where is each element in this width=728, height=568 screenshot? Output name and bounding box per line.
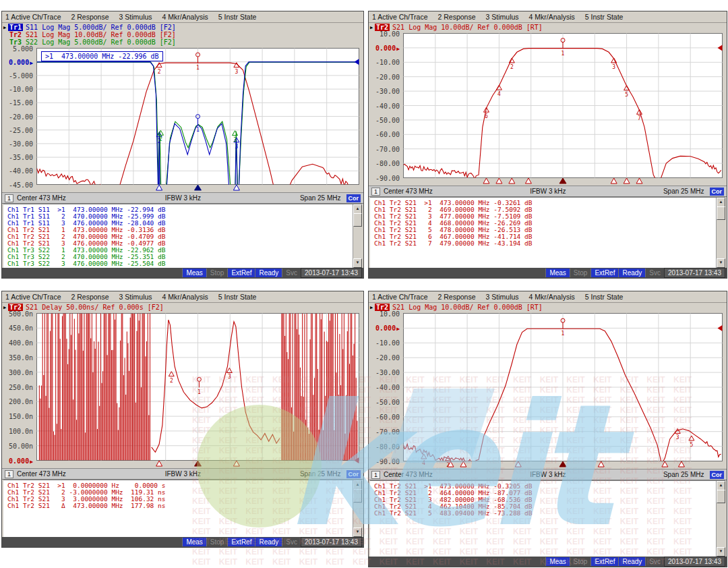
y-axis-labels: 10.000.000▶-10.00-20.00-30.00-40.00-50.0… [369, 312, 402, 469]
scroll-thumb[interactable] [353, 489, 362, 503]
menu-item-instr-state[interactable]: 5 Instr State [585, 293, 624, 301]
marker-table: Ch1 Tr1 S11 >1 473.00000 MHz -22.994 dBC… [3, 204, 362, 268]
scroll-down-icon[interactable]: ▼ [717, 258, 725, 268]
status-meas: Meas [545, 268, 569, 277]
scrollbar[interactable]: ▲ ▼ [353, 480, 362, 537]
svg-text:4: 4 [422, 460, 425, 466]
scroll-down-icon[interactable]: ▼ [353, 258, 362, 268]
y-axis-tick-label: -60.00 [375, 131, 400, 138]
channel-number: 1 [5, 194, 13, 202]
channel-status-bar: 1 Center 473 MHz IFBW 3 kHz Span 25 MHz … [369, 186, 727, 197]
channel-number: 1 [371, 471, 380, 479]
svg-text:1: 1 [198, 389, 201, 395]
stimulus-marker-active-icon [195, 185, 202, 190]
trace-line-tr2[interactable]: ▶ Tr2 S21 Delay 50.00ns/ Ref 0.000s [F2] [3, 304, 362, 311]
y-axis-tick-label: -90.00 [375, 458, 400, 465]
svg-text:3: 3 [235, 69, 238, 75]
menu-item-stimulus[interactable]: 3 Stimulus [119, 13, 152, 21]
scrollbar[interactable]: ▲ ▼ [353, 204, 362, 268]
vna-panel-top-right: 1 Active Ch/Trace 2 Response 3 Stimulus … [368, 11, 727, 279]
scroll-up-icon[interactable]: ▲ [353, 204, 362, 214]
menu-item-active-ch-trace[interactable]: 1 Active Ch/Trace [372, 13, 427, 21]
ifbw-label: IFBW 3 kHz [530, 188, 566, 195]
menu-item-stimulus[interactable]: 3 Stimulus [119, 293, 152, 301]
trace-desc: S11 Log Mag 5.000dB/ Ref 0.000dB [F2] [26, 24, 176, 31]
trace-line-tr2[interactable]: ▶ Tr2 S21 Log Mag 10.00dB/ Ref 0.000dB [… [370, 304, 725, 311]
scroll-thumb[interactable] [717, 206, 725, 220]
y-axis-tick-label: -90.00 [375, 175, 400, 182]
marker-table: Ch1 Tr2 S21 >1 473.00000 MHz -0.3261 dBC… [370, 197, 725, 268]
scroll-down-icon[interactable]: ▼ [353, 528, 362, 537]
menu-item-active-ch-trace[interactable]: 1 Active Ch/Trace [5, 293, 61, 301]
trace-line-tr3[interactable]: Tr3 S22 Log Mag 5.000dB/ Ref 0.000dB [F2… [3, 38, 362, 46]
menu-item-mkr-analysis[interactable]: 4 Mkr/Analysis [529, 13, 575, 21]
y-axis-tick-label: -20.00 [375, 354, 400, 362]
status-bar: Meas Stop ExtRef Ready Svc 2013-07-17 13… [369, 557, 727, 567]
scroll-thumb[interactable] [717, 490, 725, 503]
menu-item-stimulus[interactable]: 3 Stimulus [486, 293, 519, 301]
menu-item-active-ch-trace[interactable]: 1 Active Ch/Trace [372, 293, 427, 301]
menu-item-mkr-analysis[interactable]: 4 Mkr/Analysis [162, 293, 208, 301]
svg-text:3: 3 [228, 374, 231, 380]
status-meas: Meas [182, 268, 206, 277]
scroll-up-icon[interactable]: ▲ [717, 198, 725, 207]
svg-text:2: 2 [158, 69, 161, 75]
menu-item-stimulus[interactable]: 3 Stimulus [486, 13, 519, 21]
status-ready: Ready [255, 538, 282, 546]
reference-level-arrow-icon: ▶ [396, 46, 400, 52]
menu-bar: 1 Active Ch/Trace 2 Response 3 Stimulus … [2, 11, 363, 23]
menu-item-mkr-analysis[interactable]: 4 Mkr/Analysis [162, 13, 208, 21]
plot-top-right[interactable]: 1234567 [403, 33, 723, 185]
scrollbar[interactable]: ▲ ▼ [716, 481, 725, 557]
menu-bar: 1 Active Ch/Trace 2 Response 3 Stimulus … [369, 11, 727, 23]
y-axis-tick-label: -30.00 [9, 140, 33, 148]
menu-bar: 1 Active Ch/Trace 2 Response 3 Stimulus … [369, 291, 727, 303]
y-axis-tick-label: -60.00 [375, 414, 400, 421]
trace-line-tr1[interactable]: ▶ Tr1 S11 Log Mag 5.000dB/ Ref 0.000dB [… [3, 24, 362, 31]
trace-status-area: ▶ Tr2 S21 Log Mag 10.00dB/ Ref 0.000dB [… [369, 23, 727, 32]
y-axis-tick-label: 5.000 [13, 45, 33, 53]
svg-text:6: 6 [485, 113, 488, 119]
screen: { "menu": {"items": ["1 Active Ch/Trace"… [0, 0, 728, 568]
trace-desc: S22 Log Mag 5.000dB/ Ref 0.000dB [F2] [26, 38, 176, 46]
plot-bottom-left[interactable]: 213 [36, 313, 360, 467]
menu-item-instr-state[interactable]: 5 Instr State [218, 293, 257, 301]
menu-item-response[interactable]: 2 Response [71, 13, 109, 21]
menu-item-response[interactable]: 2 Response [437, 13, 475, 21]
status-stop: Stop [570, 268, 591, 277]
menu-item-response[interactable]: 2 Response [71, 293, 109, 301]
scrollbar[interactable]: ▲ ▼ [716, 198, 725, 268]
trace-status-area: ▶ Tr2 S21 Log Mag 10.00dB/ Ref 0.000dB [… [369, 303, 727, 312]
menu-item-instr-state[interactable]: 5 Instr State [585, 13, 624, 21]
status-extref: ExtRef [227, 538, 255, 546]
y-axis-tick-label: -45.00 [9, 181, 33, 189]
y-axis-tick-label: 500.0n [9, 310, 33, 318]
trace-status-area: ▶ Tr2 S21 Delay 50.00ns/ Ref 0.000s [F2] [2, 303, 363, 312]
scroll-up-icon[interactable]: ▲ [717, 481, 725, 490]
span-label: Span 25 MHz [663, 188, 704, 195]
menu-item-response[interactable]: 2 Response [437, 293, 475, 301]
menu-item-mkr-analysis[interactable]: 4 Mkr/Analysis [529, 293, 575, 301]
menu-item-instr-state[interactable]: 5 Instr State [218, 13, 257, 21]
stimulus-marker-icon [636, 178, 642, 183]
vna-panel-top-left: 1 Active Ch/Trace 2 Response 3 Stimulus … [1, 11, 364, 279]
scroll-thumb[interactable] [353, 213, 362, 227]
stimulus-marker-icon [662, 461, 668, 467]
y-axis-tick-label: -70.00 [375, 428, 400, 436]
plot-top-left[interactable]: 12312323 [36, 48, 360, 192]
trace-line-tr2[interactable]: Tr2 S21 Log Mag 10.00dB/ Ref 0.000dB [F2… [3, 31, 362, 38]
trace-line-tr2[interactable]: ▶ Tr2 S21 Log Mag 10.00dB/ Ref 0.000dB [… [370, 24, 725, 31]
y-axis-labels: 5.0000.000▶-5.000-10.00-15.00-20.00-25.0… [2, 47, 35, 192]
scroll-up-icon[interactable]: ▲ [353, 480, 362, 490]
vna-panel-bottom-right: 1 Active Ch/Trace 2 Response 3 Stimulus … [368, 291, 727, 567]
y-axis-tick-label: -35.00 [9, 154, 33, 161]
stimulus-marker-icon [598, 461, 604, 467]
plot-bottom-right[interactable]: 12435 [403, 313, 723, 468]
center-frequency: Center 473 MHz [17, 470, 66, 478]
stimulus-marker-active-icon [559, 178, 566, 183]
trace-desc: S21 Log Mag 10.00dB/ Ref 0.000dB [RT] [392, 24, 543, 31]
scroll-down-icon[interactable]: ▼ [717, 547, 725, 557]
menu-item-active-ch-trace[interactable]: 1 Active Ch/Trace [5, 13, 61, 21]
status-bar: Meas Stop ExtRef Ready Svc 2013-07-17 13… [2, 537, 363, 547]
trace-desc: S21 Log Mag 10.00dB/ Ref 0.000dB [RT] [392, 304, 543, 311]
